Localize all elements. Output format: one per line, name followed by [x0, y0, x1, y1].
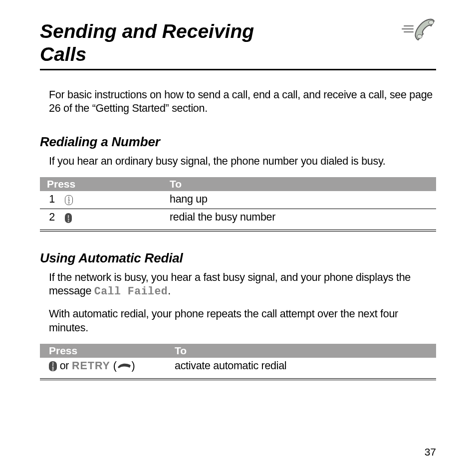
table-bottom-rule	[40, 230, 436, 230]
svg-text:D: D	[68, 220, 69, 222]
step-number: 2	[40, 209, 60, 227]
section1-paragraph: If you hear an ordinary busy signal, the…	[40, 155, 436, 168]
redial-table: Press To 1 END hang up 2 SEND	[40, 177, 436, 227]
svg-text:D: D	[68, 202, 70, 204]
title-divider	[40, 69, 436, 70]
auto-redial-table: Press To SEND or RETRY () activate autom…	[40, 344, 436, 376]
action-cell: activate automatic redial	[170, 358, 436, 376]
svg-point-4	[417, 34, 422, 38]
svg-text:D: D	[52, 369, 54, 371]
retry-label: RETRY	[72, 360, 110, 372]
phone-handset-icon	[401, 17, 436, 44]
or-text: or	[57, 360, 72, 372]
col-header-to: To	[170, 344, 436, 358]
action-cell: redial the busy number	[165, 209, 436, 227]
press-cell: SEND	[60, 209, 165, 227]
paren-close: )	[132, 360, 135, 372]
chapter-header: Sending and Receiving Calls	[40, 20, 436, 66]
end-key-icon: END	[65, 195, 73, 205]
action-cell: hang up	[165, 191, 436, 209]
manual-page: Sending and Receiving Calls For basic in…	[0, 0, 476, 476]
step-number: 1	[40, 191, 60, 209]
table-row: 1 END hang up	[40, 191, 436, 209]
table-bottom-rule	[40, 380, 436, 380]
section2-paragraph2: With automatic redial, your phone repeat…	[40, 307, 436, 334]
send-key-icon: SEND	[49, 361, 57, 371]
table-bottom-rule	[40, 378, 436, 379]
col-header-press: Press	[40, 344, 170, 358]
section-heading-auto-redial: Using Automatic Redial	[40, 250, 436, 266]
intro-paragraph: For basic instructions on how to send a …	[40, 88, 436, 115]
chapter-title-line1: Sending and Receiving	[40, 20, 254, 42]
p1-post: .	[168, 285, 171, 297]
section-heading-redialing: Redialing a Number	[40, 134, 436, 150]
page-number: 37	[425, 446, 436, 458]
send-key-icon: SEND	[65, 213, 72, 223]
col-header-to: To	[165, 177, 436, 191]
press-cell: END	[60, 191, 165, 209]
chapter-title-line2: Calls	[40, 43, 86, 65]
section2-paragraph1: If the network is busy, you hear a fast …	[40, 271, 436, 298]
table-bottom-rule	[40, 231, 436, 232]
col-header-press: Press	[40, 177, 165, 191]
svg-point-3	[429, 20, 434, 24]
call-failed-message: Call Failed	[94, 285, 168, 297]
press-cell: SEND or RETRY ()	[40, 358, 170, 376]
table-row: 2 SEND redial the busy number	[40, 209, 436, 227]
soft-key-icon	[117, 360, 132, 372]
chapter-title: Sending and Receiving Calls	[40, 20, 254, 66]
table-row: SEND or RETRY () activate automatic redi…	[40, 358, 436, 376]
paren-open: (	[113, 360, 117, 372]
